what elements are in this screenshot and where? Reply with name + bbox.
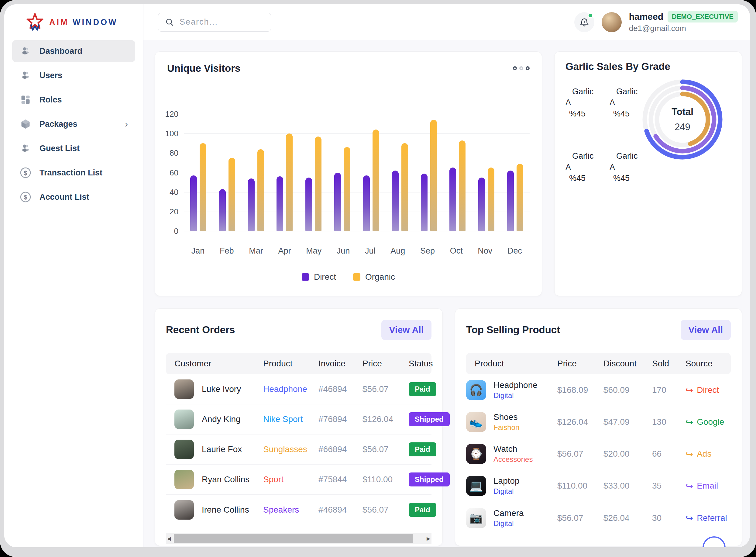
search-box[interactable] [158,13,271,32]
sidebar-item-users[interactable]: Users [12,64,135,86]
customer-name: Ryan Collins [202,475,249,484]
user-name: hameed [629,11,663,22]
user-avatar[interactable] [602,12,622,32]
source-label: Ads [697,449,711,459]
sidebar-item-packages[interactable]: Packages› [12,113,135,135]
status-badge: Paid [409,442,436,457]
order-row[interactable]: Irene CollinsSpeakers#46894$56.07Paid [166,495,432,525]
scroll-right-icon[interactable]: ▸ [427,534,430,543]
screen-backdrop: AIM WINDOW DashboardUsersRolesPackages›G… [0,0,756,557]
x-axis-label: Jan [191,246,205,256]
horizontal-scrollbar[interactable]: ◂ ▸ [166,533,432,544]
product-discount: $26.04 [603,513,652,523]
invoice-number: #46894 [318,384,363,394]
sidebar-item-guest-list[interactable]: Guest List [12,138,135,159]
organic-bar [373,129,379,231]
camera-icon: 📷 [466,508,486,528]
sidebar: AIM WINDOW DashboardUsersRolesPackages›G… [4,4,144,547]
organic-bar [257,149,264,231]
orders-table-header: CustomerProductInvoicePriceStatus [166,353,432,374]
column-header: Customer [166,359,263,369]
product-row[interactable]: 👟ShoesFaishon$126.04$47.09130↪Google [466,406,731,438]
top-selling-view-all-button[interactable]: View All [681,320,731,340]
product-source[interactable]: ↪Ads [686,449,731,460]
y-axis-tick: 60 [169,168,178,177]
product-discount: $47.09 [603,417,652,427]
orders-view-all-button[interactable]: View All [381,320,432,340]
sidebar-item-dashboard[interactable]: Dashboard [12,40,135,62]
order-row[interactable]: Andy KingNike Sport#76894$126.04Shipped [166,404,432,435]
product-row[interactable]: 🎧HeadphoneDigital$168.09$60.09170↪Direct [466,374,731,406]
app-window: AIM WINDOW DashboardUsersRolesPackages›G… [4,4,750,547]
notifications-button[interactable] [574,12,594,32]
share-arrow-icon: ↪ [686,512,693,523]
unique-visitors-card: Unique Visitors 020406080100120 JanFebMa… [155,51,542,296]
product-row[interactable]: 💻LaptopDigital$110.00$33.0035↪Email [466,470,731,502]
sidebar-item-label: Roles [39,95,128,105]
product-name: Shoes [494,412,519,422]
direct-bar [248,178,255,231]
customer-name: Laurie Fox [202,444,242,454]
garlic-title: Garlic Sales By Grade [565,61,670,72]
product-sold: 130 [652,417,686,427]
product-row[interactable]: 📷CameraDigital$56.07$26.0430↪Referral [466,502,731,534]
share-arrow-icon: ↪ [686,385,693,395]
sidebar-item-transaction-list[interactable]: $Transaction List [12,162,135,184]
product-discount: $60.09 [603,385,652,395]
product-source[interactable]: ↪Direct [686,385,731,395]
direct-bar [277,176,283,231]
orders-table-body: Luke IvoryHeadphone#46894$56.07PaidAndy … [166,374,432,525]
bar-group-feb [219,114,235,231]
product-category: Digital [494,391,538,400]
card-menu-button[interactable] [513,66,530,70]
product-row[interactable]: ⌚WatchAccessories$56.07$20.0066↪Ads [466,438,731,470]
product-source[interactable]: ↪Referral [686,512,731,523]
column-header: Price [363,359,409,369]
sidebar-item-roles[interactable]: Roles [12,89,135,111]
sidebar-item-label: Account List [39,193,128,202]
product-link[interactable]: Nike Sport [263,414,318,424]
source-label: Referral [697,513,727,523]
scrollbar-thumb[interactable] [174,534,413,543]
bar-group-jan [190,114,206,231]
customer-avatar [175,470,194,489]
garlic-sales-card: Garlic Sales By Grade GarlicA%45GarlicA%… [554,51,742,296]
bar-group-may [305,114,321,231]
status-badge: Paid [409,382,436,396]
invoice-number: #46894 [318,505,363,515]
scroll-left-icon[interactable]: ◂ [167,534,171,543]
product-discount: $33.00 [603,481,652,491]
organic-bar [430,120,437,231]
sidebar-item-account-list[interactable]: $Account List [12,186,135,208]
main-content: Unique Visitors 020406080100120 JanFebMa… [144,40,750,547]
product-link[interactable]: Speakers [263,505,318,515]
search-input[interactable] [180,17,264,27]
organic-bar [228,158,235,231]
invoice-number: #66894 [318,444,363,454]
order-row[interactable]: Laurie FoxSunglasses#66894$56.07Paid [166,435,432,465]
organic-bar [315,137,321,231]
donut-total-label: Total [671,107,693,117]
order-row[interactable]: Luke IvoryHeadphone#46894$56.07Paid [166,374,432,404]
status-badge: Paid [409,503,436,517]
garlic-donut-chart: Total 249 [640,77,725,162]
legend-swatch [353,273,360,281]
organic-bar [488,168,494,231]
order-price: $56.07 [363,384,409,394]
product-source[interactable]: ↪Email [686,481,731,491]
legend-label: Direct [314,272,336,282]
product-link[interactable]: Sport [263,475,318,484]
product-link[interactable]: Sunglasses [263,444,318,454]
order-row[interactable]: Ryan CollinsSport#75844$110.00Shipped [166,465,432,495]
product-link[interactable]: Headphone [263,384,318,394]
product-category: Accessories [494,455,533,464]
sidebar-nav: DashboardUsersRolesPackages›Guest List$T… [4,38,143,213]
product-source[interactable]: ↪Google [686,417,731,428]
source-label: Google [697,417,724,427]
y-axis-tick: 20 [169,207,178,216]
direct-bar [363,175,370,231]
bar-chart: 020406080100120 [184,114,530,231]
status-badge: Shipped [409,472,450,487]
organic-bar [459,141,466,231]
product-sold: 30 [652,513,686,523]
